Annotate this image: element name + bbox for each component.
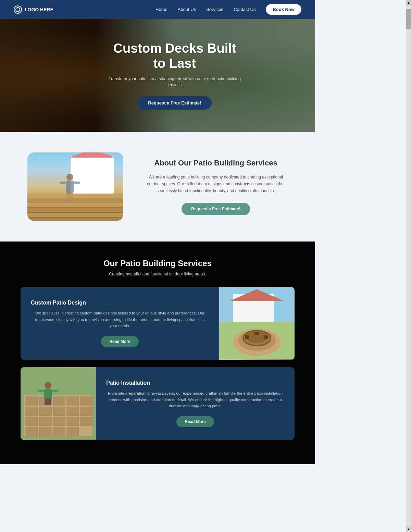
about-image-simulation <box>27 152 123 221</box>
svg-rect-48 <box>45 398 48 405</box>
book-now-button[interactable]: Book Now <box>266 4 301 15</box>
service-card-1-title: Custom Patio Design <box>31 300 86 306</box>
svg-rect-25 <box>26 397 38 405</box>
service-card-1-desc: We specialize in creating custom patio d… <box>31 310 209 330</box>
svg-rect-7 <box>27 198 123 202</box>
hero-cta-button[interactable]: Request a Free Estimate! <box>138 96 211 110</box>
about-title: About Our Patio Building Services <box>144 158 288 168</box>
svg-rect-20 <box>245 335 249 339</box>
navbar: LOGO HERE Home About Us Services Contact… <box>0 0 315 19</box>
about-image <box>27 152 123 221</box>
nav-contact[interactable]: Contact Us <box>234 7 256 12</box>
hero-title: Custom Decks Built to Last <box>106 41 243 71</box>
hero-subtitle: Transform your patio into a stunning ret… <box>106 76 243 88</box>
svg-point-44 <box>45 382 51 389</box>
svg-rect-3 <box>74 182 80 184</box>
patio-install-image <box>21 367 96 440</box>
svg-rect-30 <box>26 407 38 416</box>
svg-point-0 <box>66 174 73 181</box>
logo-icon <box>14 5 22 14</box>
svg-rect-29 <box>80 397 92 405</box>
svg-rect-34 <box>80 407 92 416</box>
svg-rect-45 <box>44 389 52 399</box>
svg-rect-28 <box>67 397 79 405</box>
hero-content: Custom Decks Built to Last Transform you… <box>106 41 243 110</box>
svg-rect-35 <box>26 417 38 426</box>
svg-rect-9 <box>27 208 123 212</box>
service-card-2-title: Patio Installation <box>106 380 150 386</box>
svg-rect-10 <box>27 213 123 217</box>
svg-rect-11 <box>27 218 123 221</box>
svg-rect-47 <box>52 390 58 392</box>
about-content: About Our Patio Building Services We are… <box>144 158 288 215</box>
svg-rect-42 <box>53 428 65 436</box>
nav-links: Home About Us Services Contact Us Book N… <box>155 4 301 15</box>
svg-rect-37 <box>53 417 65 426</box>
services-section: Our Patio Building Services Creating bea… <box>0 242 315 464</box>
nav-about[interactable]: About Us <box>178 7 196 12</box>
svg-rect-31 <box>39 407 51 416</box>
svg-rect-41 <box>39 428 51 436</box>
svg-rect-33 <box>67 407 79 416</box>
deck-planks <box>27 194 123 221</box>
service-card-1-text: Custom Patio Design We specialize in cre… <box>21 287 219 360</box>
svg-rect-21 <box>264 335 268 339</box>
svg-rect-39 <box>80 417 92 426</box>
services-content: Our Patio Building Services Creating bea… <box>21 259 295 440</box>
nav-services[interactable]: Services <box>206 7 223 12</box>
patio-design-svg <box>219 287 295 360</box>
service-card-2-text: Patio Installation From site preparation… <box>96 367 295 440</box>
svg-rect-32 <box>53 407 65 416</box>
services-subtitle: Creating beautiful and functional outdoo… <box>21 272 295 276</box>
svg-rect-38 <box>67 417 79 426</box>
service-card-2-desc: From site preparation to laying pavers, … <box>106 390 284 410</box>
svg-rect-36 <box>39 417 51 426</box>
services-header: Our Patio Building Services Creating bea… <box>21 259 295 276</box>
svg-rect-46 <box>38 390 44 392</box>
about-section: About Our Patio Building Services We are… <box>0 132 315 242</box>
services-title: Our Patio Building Services <box>21 259 295 268</box>
svg-rect-1 <box>66 181 74 193</box>
patio-design-image <box>219 287 295 360</box>
svg-rect-43 <box>67 428 79 436</box>
svg-rect-40 <box>26 428 38 436</box>
about-text: We are a leading patio building company … <box>144 174 288 195</box>
patio-install-svg <box>21 367 96 440</box>
svg-rect-49 <box>48 398 51 405</box>
service-card-2: Patio Installation From site preparation… <box>21 367 295 440</box>
logo: LOGO HERE <box>14 5 53 14</box>
about-cta-button[interactable]: Request a Free Estimate! <box>182 203 250 215</box>
nav-home[interactable]: Home <box>155 7 167 12</box>
hero-section: Custom Decks Built to Last Transform you… <box>0 19 315 132</box>
svg-rect-8 <box>27 203 123 207</box>
svg-rect-27 <box>53 397 65 405</box>
service-card-2-btn[interactable]: Read More <box>176 416 214 427</box>
service-card-1-image <box>219 287 295 360</box>
service-card-1-btn[interactable]: Read More <box>101 336 138 347</box>
svg-rect-2 <box>60 182 66 184</box>
service-card-2-image <box>21 367 96 440</box>
svg-rect-6 <box>27 194 123 198</box>
svg-rect-22 <box>254 332 259 335</box>
logo-text: LOGO HERE <box>25 7 53 12</box>
service-card-1: Custom Patio Design We specialize in cre… <box>21 287 295 360</box>
